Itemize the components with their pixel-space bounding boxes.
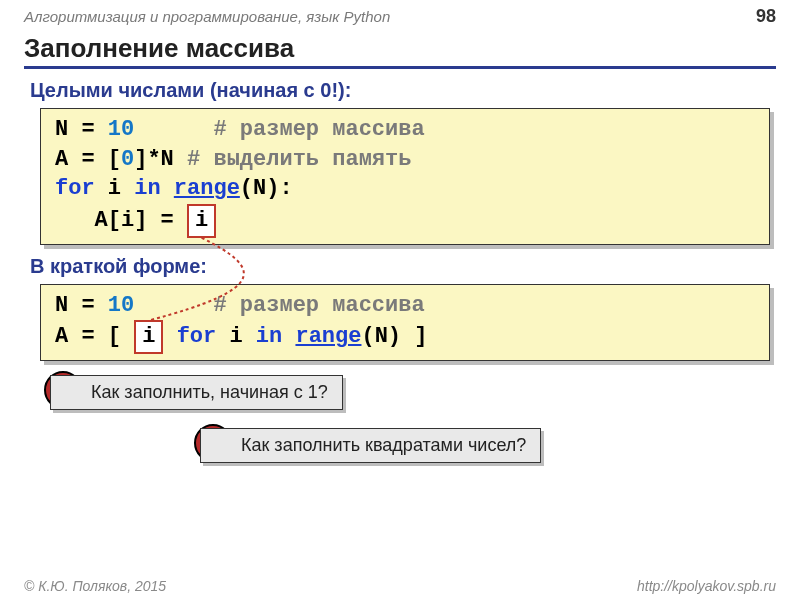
code-line: A = [0]*N # выделить память [55, 145, 755, 175]
code-comment: # выделить память [187, 147, 411, 172]
code-text [282, 324, 295, 349]
slide-title: Заполнение массива [24, 33, 776, 69]
code-text: A[i] = [55, 208, 187, 233]
code-line: A[i] = i [55, 204, 755, 238]
question-box: Как заполнить, начиная с 1? [50, 375, 343, 410]
course-name: Алгоритмизация и программирование, язык … [24, 8, 390, 25]
code-text [163, 324, 176, 349]
question-box: Как заполнить квадратами чисел? [200, 428, 541, 463]
code-text: A = [ [55, 147, 121, 172]
code-line: for i in range(N): [55, 174, 755, 204]
code-comment: # размер массива [213, 117, 424, 142]
code-text: ]*N [134, 147, 187, 172]
code-text: (N): [240, 176, 293, 201]
section-label-2: В краткой форме: [30, 255, 800, 278]
code-number: 0 [121, 147, 134, 172]
code-function: range [295, 324, 361, 349]
code-text [134, 117, 213, 142]
slide-header: Алгоритмизация и программирование, язык … [0, 0, 800, 29]
code-comment: # размер массива [213, 293, 424, 318]
code-text: N = [55, 117, 108, 142]
code-text: N = [55, 293, 108, 318]
code-keyword: for [177, 324, 217, 349]
code-number: 10 [108, 117, 134, 142]
code-keyword: in [256, 324, 282, 349]
code-keyword: for [55, 176, 95, 201]
page-number: 98 [756, 6, 776, 27]
code-keyword: in [134, 176, 160, 201]
code-text [161, 176, 174, 201]
code-line: N = 10 # размер массива [55, 115, 755, 145]
slide-footer: © К.Ю. Поляков, 2015 http://kpolyakov.sp… [0, 578, 800, 594]
code-text [134, 293, 213, 318]
code-block-2: N = 10 # размер массива A = [ i for i in… [40, 284, 770, 361]
code-block-1: N = 10 # размер массива A = [0]*N # выде… [40, 108, 770, 245]
highlight-box-i: i [187, 204, 216, 238]
code-text: A = [ [55, 324, 134, 349]
code-line: N = 10 # размер массива [55, 291, 755, 321]
code-number: 10 [108, 293, 134, 318]
code-text: i [216, 324, 256, 349]
code-text: (N) ] [361, 324, 427, 349]
code-line: A = [ i for i in range(N) ] [55, 320, 755, 354]
question-text: Как заполнить квадратами чисел? [241, 435, 526, 455]
code-text: i [95, 176, 135, 201]
code-function: range [174, 176, 240, 201]
footer-url: http://kpolyakov.spb.ru [637, 578, 776, 594]
section-label-1: Целыми числами (начиная с 0!): [30, 79, 800, 102]
copyright: © К.Ю. Поляков, 2015 [24, 578, 166, 594]
question-row-2: ? Как заполнить квадратами чисел? [200, 428, 800, 463]
question-row-1: ? Как заполнить, начиная с 1? [50, 375, 800, 410]
highlight-box-i: i [134, 320, 163, 354]
question-text: Как заполнить, начиная с 1? [91, 382, 328, 402]
